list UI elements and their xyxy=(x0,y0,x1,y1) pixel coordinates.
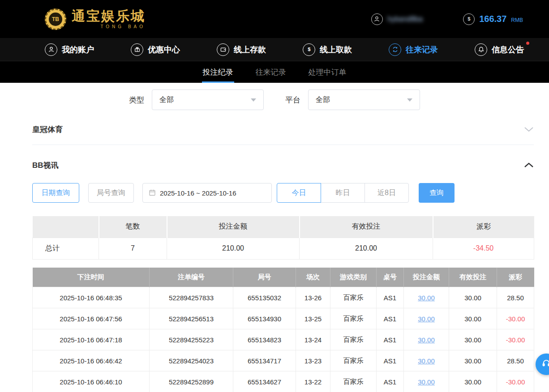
cell-bet-amount-link[interactable]: 30.00 xyxy=(404,329,449,350)
nav-label: 线上存款 xyxy=(234,44,266,55)
round-query-button[interactable]: 局号查询 xyxy=(88,183,134,203)
cell-bet-id: 522894252899 xyxy=(150,371,233,392)
summary-table: 笔数 投注金额 有效投注 派彩 总计 7 210.00 210.00 -34.5… xyxy=(32,216,534,260)
nav-label: 往来记录 xyxy=(406,44,438,55)
col-session: 场次 xyxy=(296,268,330,287)
cell-round: 655134717 xyxy=(233,350,296,371)
chevron-up-icon[interactable] xyxy=(524,162,534,170)
nav-item-deposit[interactable]: 线上存款 xyxy=(217,43,266,56)
cell-valid-bet: 30.00 xyxy=(449,350,497,371)
user-account[interactable]: hyband8ba xyxy=(371,13,423,25)
cell-payout: 28.50 xyxy=(497,287,534,308)
chevron-down-icon[interactable] xyxy=(524,126,534,134)
cell-valid-bet: 30.00 xyxy=(449,287,497,308)
platform-label: 平台 xyxy=(285,95,300,105)
tab-transaction-records[interactable]: 往来记录 xyxy=(255,61,287,83)
type-select-value: 全部 xyxy=(159,95,174,105)
nav-label: 优惠中心 xyxy=(148,44,180,55)
cell-round: 655134627 xyxy=(233,371,296,392)
section-crown-sports[interactable]: 皇冠体育 xyxy=(32,124,534,135)
username: hyband8ba xyxy=(387,15,423,23)
cell-bet-time: 2025-10-16 06:46:42 xyxy=(33,350,150,371)
cell-round: 655135032 xyxy=(233,287,296,308)
col-bet-amount: 投注金额 xyxy=(404,268,449,287)
nav-label: 我的账户 xyxy=(62,44,94,55)
cell-table-no: AS1 xyxy=(377,371,404,392)
yesterday-button[interactable]: 昨日 xyxy=(321,183,365,203)
top-header: TB 通宝娱乐城 TONG BAO hyband8ba $ 166.37 RMB xyxy=(0,0,549,38)
cell-bet-amount-link[interactable]: 30.00 xyxy=(404,371,449,392)
cell-bet-id: 522894254023 xyxy=(150,350,233,371)
cell-bet-amount-link[interactable]: 30.00 xyxy=(404,350,449,371)
balance[interactable]: $ 166.37 RMB xyxy=(463,13,523,25)
cell-payout: -30.00 xyxy=(497,308,534,329)
col-payout: 派彩 xyxy=(497,268,534,287)
deposit-icon xyxy=(217,43,229,56)
cell-bet-id: 522894255223 xyxy=(150,329,233,350)
bet-records-table: 下注时间 注单编号 局号 场次 游戏类别 桌号 投注金额 有效投注 派彩 202… xyxy=(32,268,534,392)
last-8-days-button[interactable]: 近8日 xyxy=(365,183,409,203)
summary-total-label: 总计 xyxy=(33,238,99,259)
cell-game: 百家乐 xyxy=(330,308,377,329)
date-query-button[interactable]: 日期查询 xyxy=(32,183,79,203)
summary-col-count: 笔数 xyxy=(99,216,167,238)
nav-item-promotions[interactable]: 优惠中心 xyxy=(131,43,180,56)
col-game-type: 游戏类别 xyxy=(330,268,377,287)
headset-icon xyxy=(542,359,549,370)
nav-item-withdrawal[interactable]: $ 线上取款 xyxy=(303,43,352,56)
svg-text:$: $ xyxy=(468,16,471,21)
caret-down-icon xyxy=(251,98,256,102)
cell-bet-id: 522894256513 xyxy=(150,308,233,329)
site-logo[interactable]: TB 通宝娱乐城 TONG BAO xyxy=(45,9,146,30)
today-button[interactable]: 今日 xyxy=(277,183,321,203)
cell-game: 百家乐 xyxy=(330,329,377,350)
nav-label: 线上取款 xyxy=(320,44,352,55)
nav-label: 信息公告 xyxy=(492,44,524,55)
table-row: 2025-10-16 06:48:35 522894257833 6551350… xyxy=(33,287,534,308)
col-table-no: 桌号 xyxy=(377,268,404,287)
sub-nav: 投注纪录 往来记录 处理中订单 xyxy=(0,61,549,83)
nav-item-announcements[interactable]: 信息公告 xyxy=(475,43,524,56)
platform-select-value: 全部 xyxy=(316,95,330,105)
cell-game: 百家乐 xyxy=(330,371,377,392)
cell-payout: -30.00 xyxy=(497,371,534,392)
dollar-icon: $ xyxy=(463,13,475,25)
summary-total-row: 总计 7 210.00 210.00 -34.50 xyxy=(33,238,534,259)
cell-bet-amount-link[interactable]: 30.00 xyxy=(404,308,449,329)
logo-chip-icon: TB xyxy=(45,9,66,30)
main-content: 皇冠体育 BB视讯 日期查询 局号查询 2025-10-16 ~ 2025-10 xyxy=(0,124,549,392)
tab-bet-records[interactable]: 投注纪录 xyxy=(202,61,234,83)
section-bb-video[interactable]: BB视讯 xyxy=(32,160,534,170)
tab-processing-orders[interactable]: 处理中订单 xyxy=(308,61,347,83)
table-row: 2025-10-16 06:47:18 522894255223 6551348… xyxy=(33,329,534,350)
cell-game: 百家乐 xyxy=(330,350,377,371)
table-row: 2025-10-16 06:46:42 522894254023 6551347… xyxy=(33,350,534,371)
summary-payout-value: -34.50 xyxy=(433,238,534,259)
cell-valid-bet: 30.00 xyxy=(449,308,497,329)
bb-video-title: BB视讯 xyxy=(32,160,59,170)
search-button[interactable]: 查询 xyxy=(419,183,455,203)
cell-round: 655134823 xyxy=(233,329,296,350)
cell-session: 13-26 xyxy=(296,287,330,308)
withdraw-icon: $ xyxy=(303,43,315,56)
table-header-row: 下注时间 注单编号 局号 场次 游戏类别 桌号 投注金额 有效投注 派彩 xyxy=(33,268,534,287)
section-divider xyxy=(32,145,534,145)
account-icon xyxy=(45,43,57,56)
logo-subtitle: TONG BAO xyxy=(72,24,146,29)
cell-table-no: AS1 xyxy=(377,350,404,371)
type-select[interactable]: 全部 xyxy=(152,89,264,110)
cell-valid-bet: 30.00 xyxy=(449,329,497,350)
query-toolbar: 日期查询 局号查询 2025-10-16 ~ 2025-10-16 今日 昨日 … xyxy=(32,183,534,203)
table-row: 2025-10-16 06:47:56 522894256513 6551349… xyxy=(33,308,534,329)
table-row: 2025-10-16 06:46:10 522894252899 6551346… xyxy=(33,371,534,392)
platform-select[interactable]: 全部 xyxy=(308,89,420,110)
col-bet-id: 注单编号 xyxy=(150,268,233,287)
cell-bet-amount-link[interactable]: 30.00 xyxy=(404,287,449,308)
summary-col-payout: 派彩 xyxy=(433,216,534,238)
date-range-input[interactable]: 2025-10-16 ~ 2025-10-16 xyxy=(142,183,272,203)
nav-item-my-account[interactable]: 我的账户 xyxy=(45,43,94,56)
type-filter: 类型 全部 xyxy=(129,89,264,110)
calendar-icon xyxy=(149,189,156,197)
nav-item-records[interactable]: 往来记录 xyxy=(389,43,438,56)
cell-game: 百家乐 xyxy=(330,287,377,308)
